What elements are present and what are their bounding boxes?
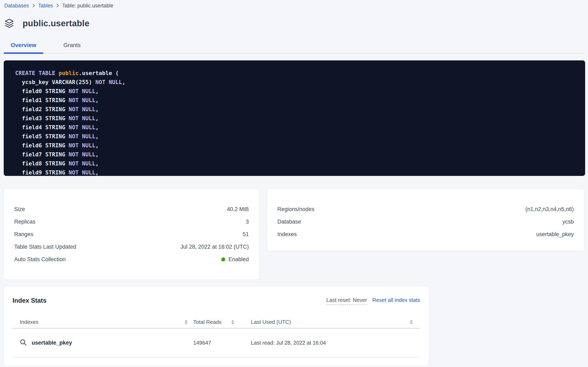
detail-row-regions: Regions/nodes (n1,n2,n3,n4,n5,n6) (277, 203, 574, 216)
reset-area: Last reset: Never Reset all index stats (326, 297, 420, 305)
table-row: usertable_pkey 149647 Last read: Jul 28,… (13, 329, 420, 357)
chevron-right-icon (32, 3, 35, 8)
index-name-link[interactable]: usertable_pkey (32, 340, 72, 346)
reset-all-index-stats-link[interactable]: Reset all index stats (372, 297, 420, 303)
detail-value: (n1,n2,n3,n4,n5,n6) (525, 206, 574, 212)
detail-label: Regions/nodes (277, 206, 314, 212)
breadcrumb: Databases Tables Table: public.usertable (4, 2, 585, 9)
tab-bar: Overview Grants (4, 41, 585, 53)
sql-line: CREATE TABLE public.usertable ( (15, 69, 574, 78)
sort-icon[interactable] (410, 320, 413, 324)
tab-overview[interactable]: Overview (4, 41, 43, 53)
column-header-last-used[interactable]: Last Used (UTC) (251, 319, 420, 325)
index-stats-table: Indexes Total Reads Last Used (UTC) (13, 316, 420, 357)
index-name-cell: usertable_pkey (13, 339, 193, 346)
sql-line: field5 STRING NOT NULL, (15, 132, 574, 141)
stat-label: Ranges (14, 231, 33, 238)
sql-line: field6 STRING NOT NULL, (15, 141, 574, 150)
sql-line: field9 STRING NOT NULL, (15, 168, 574, 176)
table-header-row: Indexes Total Reads Last Used (UTC) (13, 316, 420, 329)
column-header-total-reads[interactable]: Total Reads (193, 319, 251, 325)
tab-label: Overview (11, 42, 36, 48)
summary-cards-row: Size 40.2 MiB Replicas 3 Ranges 51 Table… (4, 189, 585, 280)
page-header: public.usertable (4, 18, 585, 29)
sql-line: field3 STRING NOT NULL, (15, 114, 574, 123)
detail-label: Database (277, 219, 301, 225)
stat-label: Replicas (14, 219, 35, 225)
last-used-cell: Last read: Jul 28, 2022 at 16:04 (251, 340, 420, 346)
create-table-sql: CREATE TABLE public.usertable ( ycsb_key… (4, 60, 585, 176)
page-title: public.usertable (23, 18, 89, 28)
stat-value: 3 (246, 219, 249, 225)
stat-row-size: Size 40.2 MiB (14, 203, 249, 216)
stat-label: Table Stats Last Updated (14, 244, 76, 250)
breadcrumb-link-databases[interactable]: Databases (4, 3, 29, 9)
detail-value: ycsb (562, 219, 574, 225)
stat-row-stats-updated: Table Stats Last Updated Jul 28, 2022 at… (14, 241, 249, 253)
layers-stack-icon (5, 18, 14, 28)
stat-label: Size (14, 206, 25, 212)
tab-label: Grants (64, 42, 81, 48)
stat-label: Auto Stats Collection (14, 256, 66, 263)
column-label: Total Reads (193, 319, 222, 325)
detail-row-indexes: Indexes usertable_pkey (277, 228, 574, 241)
stat-row-ranges: Ranges 51 (14, 228, 249, 241)
sql-line: field4 STRING NOT NULL, (15, 123, 574, 132)
index-stats-card: Index Stats Last reset: Never Reset all … (4, 286, 429, 366)
column-header-indexes[interactable]: Indexes (13, 319, 193, 325)
tab-grants[interactable]: Grants (57, 41, 88, 53)
table-stats-card: Size 40.2 MiB Replicas 3 Ranges 51 Table… (4, 189, 259, 280)
sort-icon[interactable] (185, 320, 188, 324)
stat-value: 51 (243, 231, 249, 238)
column-label: Last Used (UTC) (251, 319, 291, 325)
sql-line: field8 STRING NOT NULL, (15, 159, 574, 168)
status-text: Enabled (228, 256, 249, 263)
stat-value: Jul 28, 2022 at 16:02 (UTC) (180, 244, 249, 250)
search-icon (20, 339, 27, 346)
sql-line: field2 STRING NOT NULL, (15, 105, 574, 114)
table-details-page: Databases Tables Table: public.usertable… (0, 0, 588, 366)
stat-row-auto-stats: Auto Stats Collection Enabled (14, 253, 249, 266)
sql-line: field1 STRING NOT NULL, (15, 96, 574, 105)
index-stats-header: Index Stats Last reset: Never Reset all … (13, 297, 420, 305)
sql-line: ycsb_key VARCHAR(255) NOT NULL, (15, 78, 574, 87)
breadcrumb-link-tables[interactable]: Tables (38, 3, 53, 9)
total-reads-cell: 149647 (193, 340, 251, 346)
last-reset-label[interactable]: Last reset: Never (326, 297, 367, 305)
sql-line: field7 STRING NOT NULL, (15, 150, 574, 159)
table-details-card: Regions/nodes (n1,n2,n3,n4,n5,n6) Databa… (267, 189, 584, 251)
breadcrumb-current: Table: public.usertable (62, 3, 113, 9)
chevron-right-icon (56, 3, 59, 8)
detail-value: usertable_pkey (536, 231, 574, 238)
stat-value: 40.2 MiB (227, 206, 249, 212)
stat-row-replicas: Replicas 3 (14, 216, 249, 228)
status-dot-icon (221, 258, 225, 261)
sql-line: field0 STRING NOT NULL, (15, 87, 574, 96)
index-stats-title: Index Stats (13, 297, 46, 305)
sort-icon[interactable] (231, 320, 234, 324)
detail-row-database: Database ycsb (277, 216, 574, 228)
detail-label: Indexes (277, 231, 297, 238)
column-label: Indexes (20, 319, 38, 325)
stat-value: Enabled (221, 256, 249, 263)
